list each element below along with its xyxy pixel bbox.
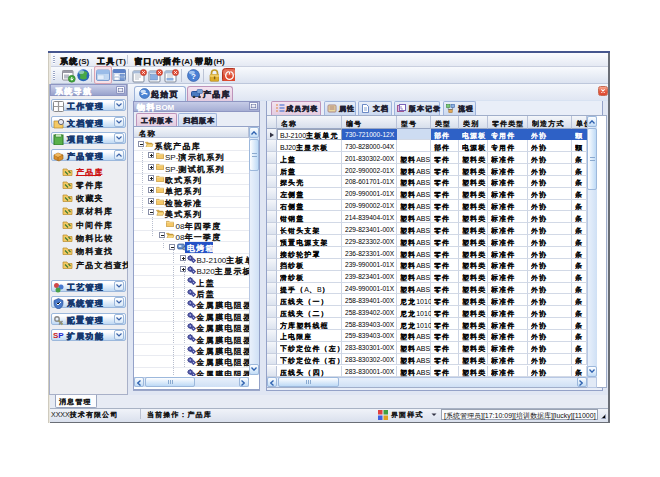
svg-text:?: ? xyxy=(191,72,196,81)
